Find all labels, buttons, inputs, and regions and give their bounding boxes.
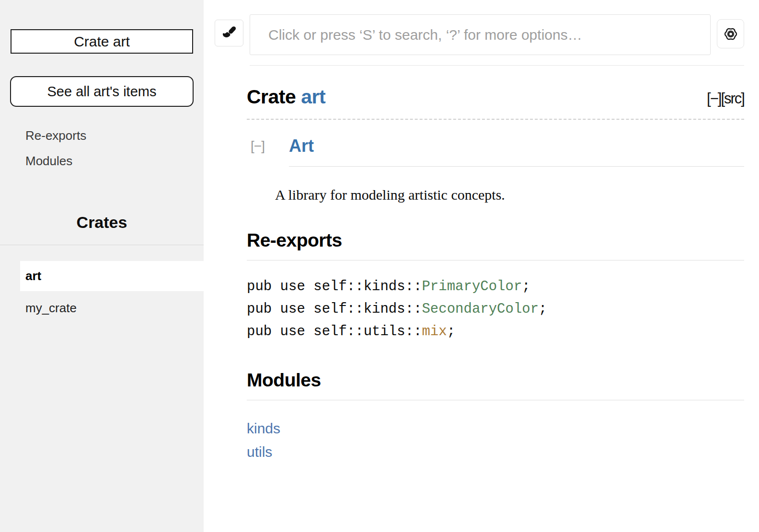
doc-title-link[interactable]: Art xyxy=(289,136,744,167)
paintbrush-icon xyxy=(219,23,239,43)
main-area: Crate art [−][src] [−] Art A library for… xyxy=(204,0,759,532)
code-text: pub use self::utils:: xyxy=(247,324,422,340)
crates-heading: Crates xyxy=(0,213,204,232)
code-text: pub use self::kinds:: xyxy=(247,279,422,294)
sidebar-crate-logo-label: Crate art xyxy=(74,34,130,50)
code-line: pub use self::kinds::SecondaryColor; xyxy=(247,298,744,320)
sidebar: Crate art See all art's items Re-exports… xyxy=(0,0,204,532)
mix-link[interactable]: mix xyxy=(422,324,447,340)
sidebar-crate-logo-link[interactable]: Crate art xyxy=(11,29,193,54)
header-controls: [−][src] xyxy=(707,90,744,107)
search-input[interactable] xyxy=(250,14,711,55)
sidebar-section-links: Re-exports Modules xyxy=(0,123,204,174)
page-title: Crate art xyxy=(247,86,325,108)
topbar-divider xyxy=(250,65,744,66)
see-all-items-label: See all art's items xyxy=(47,84,157,100)
crate-list-item-art[interactable]: art xyxy=(20,261,204,291)
code-text: ; xyxy=(522,279,530,294)
module-link-utils[interactable]: utils xyxy=(247,440,744,464)
module-links: kinds utils xyxy=(247,417,744,464)
page-title-crate-link[interactable]: art xyxy=(301,86,325,108)
topbar xyxy=(204,0,759,55)
theme-picker-button[interactable] xyxy=(215,20,243,46)
code-line: pub use self::kinds::PrimaryColor; xyxy=(247,275,744,298)
code-text: pub use self::kinds:: xyxy=(247,301,422,317)
sidebar-item-modules[interactable]: Modules xyxy=(0,148,204,174)
code-text: ; xyxy=(447,324,455,340)
crate-list: art my_crate xyxy=(0,261,204,322)
doc-section: [−] Art A library for modeling artistic … xyxy=(247,136,744,203)
module-link-kinds[interactable]: kinds xyxy=(247,417,744,440)
crates-divider xyxy=(0,245,204,245)
docblock: Art A library for modeling artistic conc… xyxy=(275,136,744,203)
modules-heading: Modules xyxy=(247,370,744,400)
code-text: ; xyxy=(539,301,547,317)
secondarycolor-link[interactable]: SecondaryColor xyxy=(422,301,539,317)
src-link[interactable]: [src] xyxy=(721,90,744,107)
primarycolor-link[interactable]: PrimaryColor xyxy=(422,279,522,294)
crate-header: Crate art [−][src] xyxy=(247,86,744,108)
content: Crate art [−][src] [−] Art A library for… xyxy=(204,86,759,464)
sidebar-item-reexports[interactable]: Re-exports xyxy=(0,123,204,148)
reexports-code-block: pub use self::kinds::PrimaryColor;pub us… xyxy=(247,275,744,343)
crate-list-item-my-crate[interactable]: my_crate xyxy=(0,294,204,322)
doc-collapse-toggle[interactable]: [−] xyxy=(251,138,264,154)
see-all-items-button[interactable]: See all art's items xyxy=(10,76,194,107)
collapse-all-toggle[interactable]: [−] xyxy=(707,90,721,107)
gear-icon xyxy=(720,23,742,45)
page-title-prefix: Crate xyxy=(247,86,296,108)
header-dotted-divider xyxy=(247,119,744,120)
code-line: pub use self::utils::mix; xyxy=(247,320,744,343)
reexports-heading: Re-exports xyxy=(247,230,744,260)
settings-button[interactable] xyxy=(717,19,744,48)
doc-description: A library for modeling artistic concepts… xyxy=(275,187,744,203)
